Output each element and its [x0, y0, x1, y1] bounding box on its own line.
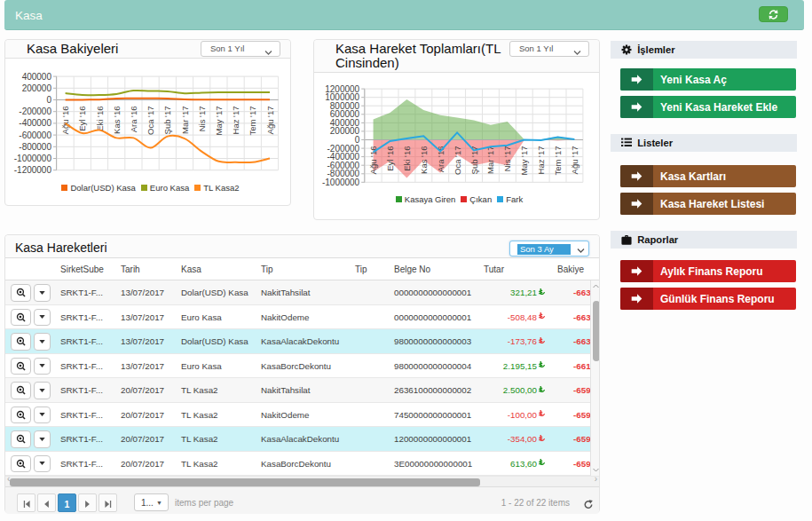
- svg-text:Eyl '16: Eyl '16: [385, 146, 395, 171]
- svg-text:Tem '17: Tem '17: [553, 146, 563, 176]
- svg-text:Kas '16: Kas '16: [112, 107, 122, 134]
- svg-text:-1200000: -1200000: [14, 165, 52, 175]
- svg-text:Mar '17: Mar '17: [485, 146, 495, 174]
- svg-text:May '17: May '17: [214, 107, 224, 136]
- svg-text:400000: 400000: [22, 72, 52, 82]
- svg-text:-400000: -400000: [19, 118, 51, 128]
- svg-text:Eki '16: Eki '16: [95, 107, 105, 131]
- svg-text:Şub '17: Şub '17: [162, 107, 172, 135]
- svg-text:-1000000: -1000000: [14, 154, 52, 163]
- svg-text:Ağu '17: Ağu '17: [570, 146, 579, 175]
- svg-text:-800000: -800000: [19, 142, 51, 152]
- svg-text:200000: 200000: [22, 83, 52, 93]
- svg-text:May '17: May '17: [519, 146, 529, 176]
- svg-text:Ağu '16: Ağu '16: [60, 107, 70, 135]
- svg-text:-200000: -200000: [19, 107, 51, 116]
- svg-text:0: 0: [46, 95, 51, 105]
- svg-text:Oca '17: Oca '17: [453, 146, 462, 175]
- svg-text:Kas '16: Kas '16: [419, 146, 429, 174]
- svg-text:Eki '16: Eki '16: [402, 146, 412, 171]
- svg-text:Nis '17: Nis '17: [502, 146, 512, 172]
- svg-text:-1000000: -1000000: [322, 178, 360, 187]
- svg-text:Oca '17: Oca '17: [146, 107, 155, 135]
- svg-text:Tem '17: Tem '17: [248, 107, 257, 136]
- svg-text:Haz '17: Haz '17: [231, 107, 240, 135]
- svg-text:Ağu '17: Ağu '17: [265, 107, 275, 135]
- svg-text:Ara '16: Ara '16: [129, 107, 138, 133]
- svg-text:Mar '17: Mar '17: [180, 107, 190, 134]
- svg-text:Eyl '16: Eyl '16: [77, 107, 87, 131]
- svg-text:Nis '17: Nis '17: [197, 107, 207, 132]
- svg-text:-600000: -600000: [19, 130, 51, 140]
- svg-text:Haz '17: Haz '17: [536, 146, 546, 175]
